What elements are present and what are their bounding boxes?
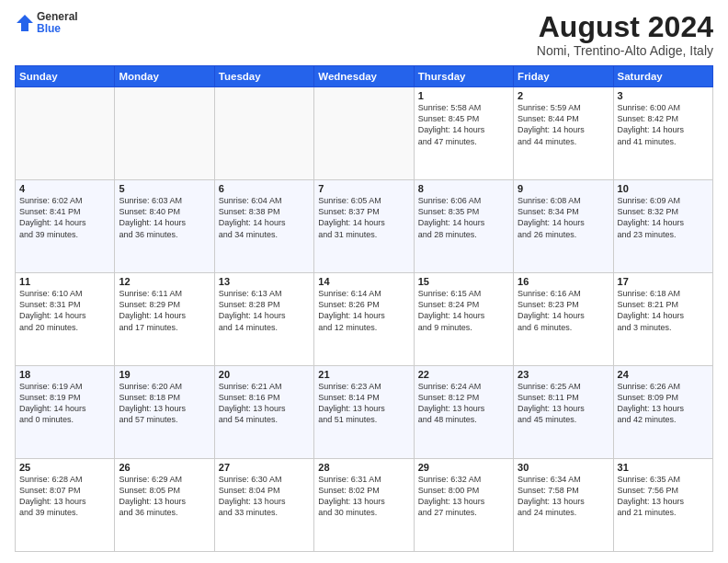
calendar-cell — [115, 87, 214, 180]
day-info: Sunrise: 6:08 AMSunset: 8:34 PMDaylight:… — [518, 195, 609, 240]
calendar-cell: 19Sunrise: 6:20 AMSunset: 8:18 PMDayligh… — [115, 366, 214, 459]
calendar-cell: 9Sunrise: 6:08 AMSunset: 8:34 PMDaylight… — [514, 180, 613, 273]
svg-marker-0 — [17, 15, 33, 31]
day-info: Sunrise: 6:06 AMSunset: 8:35 PMDaylight:… — [418, 195, 509, 240]
calendar-cell: 24Sunrise: 6:26 AMSunset: 8:09 PMDayligh… — [613, 366, 712, 459]
day-number: 3 — [618, 90, 709, 101]
day-info: Sunrise: 6:13 AMSunset: 8:28 PMDaylight:… — [219, 288, 310, 333]
month-title: August 2024 — [537, 11, 713, 43]
calendar-cell: 12Sunrise: 6:11 AMSunset: 8:29 PMDayligh… — [115, 273, 214, 366]
day-info: Sunrise: 6:04 AMSunset: 8:38 PMDaylight:… — [219, 195, 310, 240]
day-number: 7 — [318, 183, 409, 194]
day-number: 29 — [418, 462, 509, 473]
calendar-cell: 31Sunrise: 6:35 AMSunset: 7:56 PMDayligh… — [613, 459, 712, 552]
calendar-cell — [214, 87, 313, 180]
calendar-cell: 25Sunrise: 6:28 AMSunset: 8:07 PMDayligh… — [16, 459, 115, 552]
calendar-day-header: Monday — [115, 66, 214, 87]
day-number: 25 — [19, 462, 110, 473]
calendar-day-header: Friday — [514, 66, 613, 87]
calendar-week-row: 18Sunrise: 6:19 AMSunset: 8:19 PMDayligh… — [16, 366, 713, 459]
day-number: 30 — [518, 462, 609, 473]
day-number: 14 — [318, 276, 409, 287]
day-info: Sunrise: 6:26 AMSunset: 8:09 PMDaylight:… — [618, 381, 709, 426]
day-info: Sunrise: 6:11 AMSunset: 8:29 PMDaylight:… — [119, 288, 210, 333]
calendar-cell: 8Sunrise: 6:06 AMSunset: 8:35 PMDaylight… — [414, 180, 513, 273]
day-info: Sunrise: 6:05 AMSunset: 8:37 PMDaylight:… — [318, 195, 409, 240]
day-info: Sunrise: 6:25 AMSunset: 8:11 PMDaylight:… — [518, 381, 609, 426]
calendar-cell — [16, 87, 115, 180]
calendar-cell: 26Sunrise: 6:29 AMSunset: 8:05 PMDayligh… — [115, 459, 214, 552]
logo-svg — [15, 13, 35, 33]
day-info: Sunrise: 6:09 AMSunset: 8:32 PMDaylight:… — [618, 195, 709, 240]
calendar-week-row: 4Sunrise: 6:02 AMSunset: 8:41 PMDaylight… — [16, 180, 713, 273]
calendar-cell: 16Sunrise: 6:16 AMSunset: 8:23 PMDayligh… — [514, 273, 613, 366]
calendar-cell: 21Sunrise: 6:23 AMSunset: 8:14 PMDayligh… — [314, 366, 414, 459]
calendar-day-header: Tuesday — [214, 66, 313, 87]
calendar-cell: 15Sunrise: 6:15 AMSunset: 8:24 PMDayligh… — [414, 273, 513, 366]
calendar-cell: 6Sunrise: 6:04 AMSunset: 8:38 PMDaylight… — [214, 180, 313, 273]
calendar-day-header: Saturday — [613, 66, 712, 87]
day-number: 8 — [418, 183, 509, 194]
calendar-week-row: 25Sunrise: 6:28 AMSunset: 8:07 PMDayligh… — [16, 459, 713, 552]
calendar-cell: 30Sunrise: 6:34 AMSunset: 7:58 PMDayligh… — [514, 459, 613, 552]
title-block: August 2024 Nomi, Trentino-Alto Adige, I… — [537, 11, 713, 58]
day-number: 24 — [618, 369, 709, 380]
calendar-cell: 28Sunrise: 6:31 AMSunset: 8:02 PMDayligh… — [314, 459, 414, 552]
day-info: Sunrise: 6:15 AMSunset: 8:24 PMDaylight:… — [418, 288, 509, 333]
day-number: 31 — [618, 462, 709, 473]
logo-blue: Blue — [37, 23, 78, 35]
day-info: Sunrise: 6:30 AMSunset: 8:04 PMDaylight:… — [219, 474, 310, 519]
day-info: Sunrise: 5:59 AMSunset: 8:44 PMDaylight:… — [518, 102, 609, 147]
day-number: 28 — [318, 462, 409, 473]
day-info: Sunrise: 6:34 AMSunset: 7:58 PMDaylight:… — [518, 474, 609, 519]
day-number: 15 — [418, 276, 509, 287]
day-number: 5 — [119, 183, 210, 194]
day-info: Sunrise: 6:16 AMSunset: 8:23 PMDaylight:… — [518, 288, 609, 333]
day-number: 11 — [19, 276, 110, 287]
calendar-cell: 23Sunrise: 6:25 AMSunset: 8:11 PMDayligh… — [514, 366, 613, 459]
page: General Blue August 2024 Nomi, Trentino-… — [0, 0, 728, 563]
calendar-day-header: Wednesday — [314, 66, 414, 87]
calendar-cell: 2Sunrise: 5:59 AMSunset: 8:44 PMDaylight… — [514, 87, 613, 180]
day-number: 22 — [418, 369, 509, 380]
day-number: 26 — [119, 462, 210, 473]
calendar-week-row: 11Sunrise: 6:10 AMSunset: 8:31 PMDayligh… — [16, 273, 713, 366]
day-number: 17 — [618, 276, 709, 287]
day-number: 16 — [518, 276, 609, 287]
day-info: Sunrise: 6:28 AMSunset: 8:07 PMDaylight:… — [19, 474, 110, 519]
logo: General Blue — [15, 11, 78, 35]
calendar-cell: 27Sunrise: 6:30 AMSunset: 8:04 PMDayligh… — [214, 459, 313, 552]
header: General Blue August 2024 Nomi, Trentino-… — [15, 11, 713, 58]
calendar-header-row: SundayMondayTuesdayWednesdayThursdayFrid… — [16, 66, 713, 87]
day-info: Sunrise: 6:31 AMSunset: 8:02 PMDaylight:… — [318, 474, 409, 519]
calendar-cell: 5Sunrise: 6:03 AMSunset: 8:40 PMDaylight… — [115, 180, 214, 273]
day-info: Sunrise: 6:14 AMSunset: 8:26 PMDaylight:… — [318, 288, 409, 333]
day-info: Sunrise: 6:35 AMSunset: 7:56 PMDaylight:… — [618, 474, 709, 519]
day-info: Sunrise: 6:32 AMSunset: 8:00 PMDaylight:… — [418, 474, 509, 519]
calendar-table: SundayMondayTuesdayWednesdayThursdayFrid… — [15, 65, 713, 552]
calendar-cell: 13Sunrise: 6:13 AMSunset: 8:28 PMDayligh… — [214, 273, 313, 366]
day-number: 18 — [19, 369, 110, 380]
day-number: 1 — [418, 90, 509, 101]
day-info: Sunrise: 5:58 AMSunset: 8:45 PMDaylight:… — [418, 102, 509, 147]
day-info: Sunrise: 6:02 AMSunset: 8:41 PMDaylight:… — [19, 195, 110, 240]
day-number: 27 — [219, 462, 310, 473]
day-number: 19 — [119, 369, 210, 380]
day-info: Sunrise: 6:18 AMSunset: 8:21 PMDaylight:… — [618, 288, 709, 333]
calendar-cell: 10Sunrise: 6:09 AMSunset: 8:32 PMDayligh… — [613, 180, 712, 273]
calendar-cell: 1Sunrise: 5:58 AMSunset: 8:45 PMDaylight… — [414, 87, 513, 180]
day-info: Sunrise: 6:29 AMSunset: 8:05 PMDaylight:… — [119, 474, 210, 519]
day-number: 23 — [518, 369, 609, 380]
calendar-day-header: Sunday — [16, 66, 115, 87]
calendar-cell: 17Sunrise: 6:18 AMSunset: 8:21 PMDayligh… — [613, 273, 712, 366]
day-number: 12 — [119, 276, 210, 287]
calendar-cell: 29Sunrise: 6:32 AMSunset: 8:00 PMDayligh… — [414, 459, 513, 552]
day-info: Sunrise: 6:00 AMSunset: 8:42 PMDaylight:… — [618, 102, 709, 147]
day-number: 10 — [618, 183, 709, 194]
day-info: Sunrise: 6:23 AMSunset: 8:14 PMDaylight:… — [318, 381, 409, 426]
day-number: 6 — [219, 183, 310, 194]
day-info: Sunrise: 6:21 AMSunset: 8:16 PMDaylight:… — [219, 381, 310, 426]
calendar-cell: 7Sunrise: 6:05 AMSunset: 8:37 PMDaylight… — [314, 180, 414, 273]
day-number: 4 — [19, 183, 110, 194]
subtitle: Nomi, Trentino-Alto Adige, Italy — [537, 43, 713, 58]
